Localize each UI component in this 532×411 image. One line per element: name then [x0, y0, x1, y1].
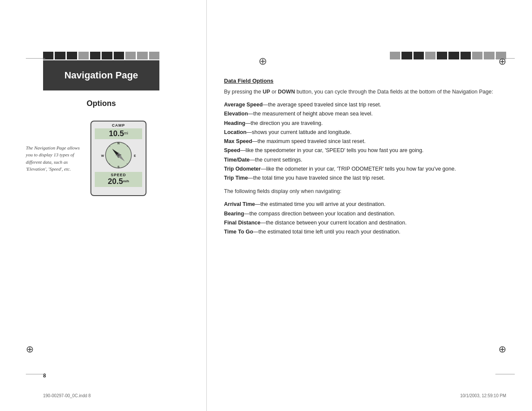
svg-text:W: W [101, 154, 104, 157]
svg-text:E: E [134, 154, 136, 157]
field-time-to-go: Time To Go—the estimated total time left… [224, 227, 515, 237]
nav-page-title: Navigation Page [64, 70, 138, 81]
field-list: Average Speed—the average speed traveled… [224, 100, 515, 183]
crosshair-bottom-left-icon: ⊕ [26, 344, 34, 355]
device-dist-unit: mi [124, 131, 128, 135]
left-content: The Navigation Page allows you to displa… [26, 121, 181, 196]
field-time-date: Time/Date—the current settings. [224, 156, 515, 165]
hr-top-left [26, 58, 45, 59]
field-arrival-time: Arrival Time—the estimated time you will… [224, 200, 515, 209]
device-speed-label: SPEED [96, 173, 140, 177]
crosshair-bottom-right-icon: ⊕ [498, 344, 506, 355]
field-average-speed: Average Speed—the average speed traveled… [224, 100, 515, 109]
data-field-options-title: Data Field Options [224, 78, 515, 84]
bottom-info-left: 190-00297-00_0C.indd 8 [43, 393, 91, 398]
device-illustration: CAMP 10.5mi N S E W [90, 121, 146, 196]
svg-point-7 [117, 154, 120, 156]
hr-bot-left [26, 374, 45, 374]
field-heading: Heading—the direction you are traveling. [224, 119, 515, 128]
hr-bot-right [495, 374, 515, 374]
right-column: ⊕ Data Field Options By pressing the UP … [207, 0, 532, 411]
device-top-label: CAMP [112, 123, 125, 128]
field-location: Location—shows your current latitude and… [224, 128, 515, 137]
svg-text:S: S [118, 165, 120, 168]
device-distance: 10.5 [109, 129, 124, 138]
device-screen-bottom: SPEED 20.5m/h [95, 172, 142, 187]
field-bearing: Bearing—the compass direction between yo… [224, 209, 515, 218]
right-content: Data Field Options By pressing the UP or… [224, 78, 515, 241]
deco-bar-left [43, 52, 159, 59]
nav-field-list: Arrival Time—the estimated time you will… [224, 200, 515, 237]
left-column: Navigation Page Options The Navigation P… [0, 0, 207, 411]
crosshair-top-right-icon: ⊕ [498, 56, 506, 67]
bottom-info-right: 10/1/2003, 12:59:10 PM [460, 393, 506, 398]
device-compass: N S E W [99, 140, 138, 170]
field-max-speed: Max Speed—the maximum speed traveled sin… [224, 137, 515, 146]
navigating-note: The following fields display only when n… [224, 187, 515, 196]
field-elevation: Elevation—the measurement of height abov… [224, 109, 515, 118]
device-speed: 20.5 [108, 177, 123, 186]
device-speed-unit: m/h [123, 179, 129, 183]
field-final-distance: Final Distance—the distance between your… [224, 218, 515, 227]
svg-text:N: N [117, 142, 119, 145]
device-caption: The Navigation Page allows you to displa… [26, 144, 82, 173]
deco-bar-right [390, 52, 506, 59]
field-trip-odometer: Trip Odometer—like the odometer in your … [224, 165, 515, 174]
nav-page-header: Navigation Page [43, 60, 159, 90]
field-speed: Speed—like the speedometer in your car, … [224, 146, 515, 155]
intro-text: By pressing the UP or DOWN button, you c… [224, 87, 515, 96]
field-trip-time: Trip Time—the total time you have travel… [224, 174, 515, 183]
device-screen-top: 10.5mi [95, 128, 142, 139]
options-heading: Options [43, 99, 159, 108]
